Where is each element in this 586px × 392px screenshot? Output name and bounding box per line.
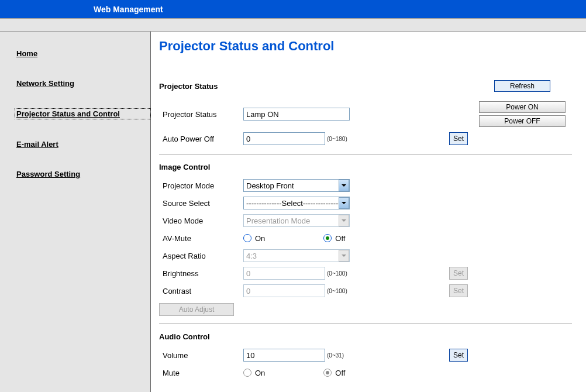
source-select-label: Source Select [159, 199, 243, 208]
video-mode-select: Presentation Mode [243, 214, 350, 227]
power-on-button[interactable]: Power ON [479, 101, 566, 113]
divider [159, 324, 572, 324]
sidebar: Home Network Setting Projector Status an… [0, 32, 151, 392]
app-title: Web Management [94, 5, 163, 14]
page-title: Projector Status and Control [159, 39, 572, 54]
mute-on-radio: On [243, 369, 265, 377]
brightness-set-button: Set [449, 267, 468, 280]
power-off-button[interactable]: Power OFF [479, 115, 566, 127]
brightness-input [243, 267, 325, 280]
volume-range: (0~31) [327, 352, 344, 359]
volume-input[interactable] [243, 349, 325, 362]
aspect-ratio-label: Aspect Ratio [159, 252, 243, 260]
refresh-button[interactable]: Refresh [494, 80, 550, 92]
sidebar-item-network-setting[interactable]: Network Setting [16, 79, 150, 88]
auto-power-off-input[interactable] [243, 132, 325, 145]
main-content: Projector Status and Control Projector S… [151, 32, 586, 392]
brightness-range: (0~100) [327, 270, 347, 277]
contrast-set-button: Set [449, 284, 468, 297]
video-mode-label: Video Mode [159, 216, 243, 225]
mute-label: Mute [159, 369, 243, 377]
projector-mode-select[interactable]: Desktop Front [243, 179, 350, 192]
sidebar-item-email-alert[interactable]: E-mail Alert [16, 140, 150, 149]
divider [159, 154, 572, 154]
contrast-label: Contrast [159, 287, 243, 295]
av-mute-off-radio[interactable]: Off [323, 234, 345, 243]
contrast-input [243, 284, 325, 297]
chevron-down-icon [339, 215, 349, 226]
sub-header-bar [0, 19, 586, 32]
auto-power-off-range: (0~180) [327, 136, 347, 142]
section-status-heading: Projector Status [159, 82, 473, 91]
section-image-heading: Image Control [159, 163, 572, 171]
chevron-down-icon [339, 180, 349, 191]
av-mute-on-radio[interactable]: On [243, 234, 265, 243]
aspect-ratio-select: 4:3 [243, 249, 350, 262]
projector-status-value [243, 108, 350, 121]
auto-power-off-label: Auto Power Off [159, 135, 243, 143]
projector-mode-label: Projector Mode [159, 181, 243, 190]
app-header: Web Management [0, 0, 586, 19]
source-select[interactable]: --------------Select--------------- [243, 197, 350, 209]
volume-label: Volume [159, 351, 243, 360]
sidebar-item-projector-status[interactable]: Projector Status and Control [15, 109, 150, 119]
chevron-down-icon [339, 197, 349, 209]
brightness-label: Brightness [159, 269, 243, 278]
av-mute-label: AV-Mute [159, 234, 243, 243]
auto-adjust-button: Auto Adjust [159, 303, 234, 316]
section-audio-heading: Audio Control [159, 332, 572, 341]
contrast-range: (0~100) [327, 288, 347, 294]
auto-power-off-set-button[interactable]: Set [449, 132, 468, 145]
sidebar-item-password-setting[interactable]: Password Setting [16, 170, 150, 178]
volume-set-button[interactable]: Set [449, 349, 468, 362]
projector-status-label: Projector Status [159, 110, 243, 119]
mute-off-radio: Off [323, 369, 345, 377]
chevron-down-icon [339, 250, 349, 262]
sidebar-item-home[interactable]: Home [16, 49, 150, 58]
